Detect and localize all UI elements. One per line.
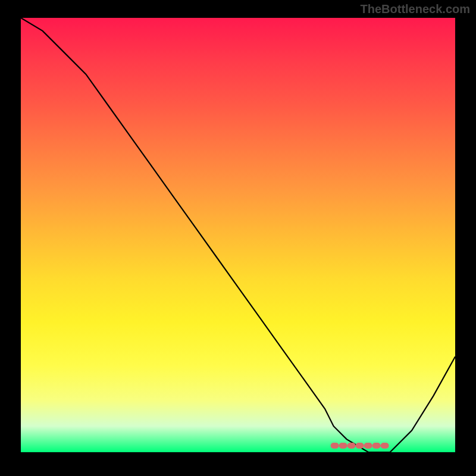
chart-svg xyxy=(21,18,455,452)
watermark-text: TheBottleneck.com xyxy=(361,2,470,16)
curve-line xyxy=(21,18,455,452)
chart-container: TheBottleneck.com xyxy=(0,0,476,476)
